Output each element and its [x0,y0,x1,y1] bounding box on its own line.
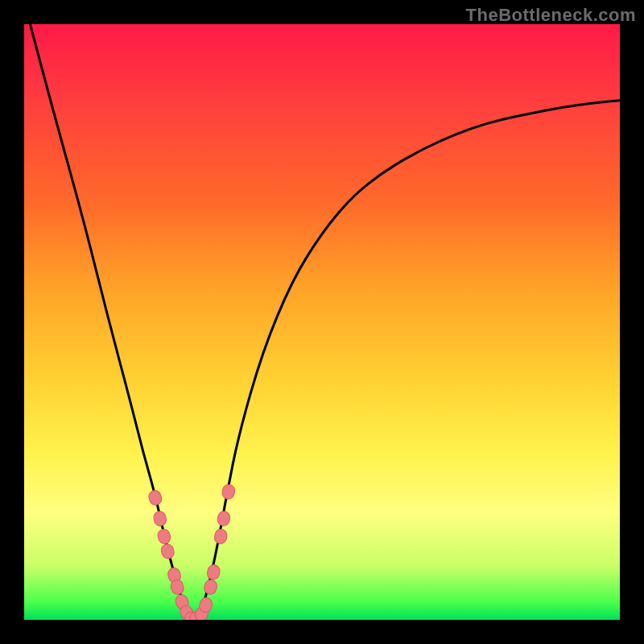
data-marker [206,564,221,580]
data-marker [217,510,231,526]
svg-rect-1 [152,510,167,527]
data-marker [157,528,172,545]
data-marker [221,484,236,501]
svg-rect-0 [147,489,163,506]
svg-rect-13 [206,564,221,580]
data-marker [213,528,228,544]
curve-layer [30,24,620,620]
data-marker [160,543,175,559]
data-marker [147,489,163,506]
svg-rect-2 [157,528,172,545]
bottleneck-chart [24,24,620,620]
svg-rect-3 [160,543,175,559]
svg-rect-16 [221,484,236,501]
svg-rect-15 [217,510,231,526]
marker-layer [147,484,236,620]
plot-frame [24,24,620,620]
svg-rect-14 [213,528,228,544]
data-marker [152,510,167,527]
svg-rect-12 [203,579,218,596]
watermark-text: TheBottleneck.com [466,5,636,26]
data-marker [203,579,218,596]
bottleneck-curve [30,24,620,620]
